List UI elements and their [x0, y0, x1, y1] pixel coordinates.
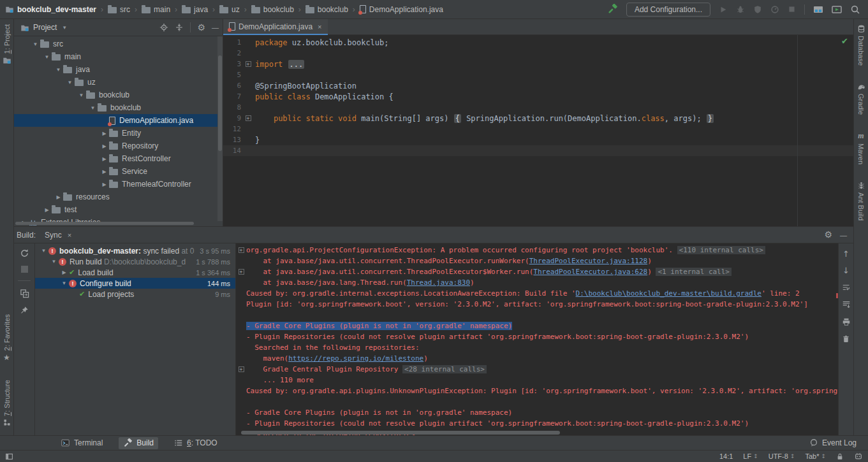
project-tree-row[interactable]: ▶test — [14, 203, 223, 216]
console-horizontal-scrollbar[interactable] — [241, 431, 560, 435]
chevron-down-icon[interactable]: ▼ — [65, 80, 75, 85]
scroll-to-end-icon[interactable] — [842, 300, 851, 309]
console-line[interactable]: ... 110 more — [236, 375, 838, 386]
build-console[interactable]: +org.gradle.api.ProjectConfigurationExce… — [236, 243, 838, 435]
chevron-right-icon[interactable]: ▶ — [54, 194, 63, 200]
stop-icon[interactable] — [788, 5, 796, 13]
editor-line[interactable]: 5 — [223, 69, 853, 80]
inspections-ok-icon[interactable]: ✔ — [841, 36, 848, 46]
console-line[interactable]: Plugin [id: 'org.springframework.boot', … — [236, 299, 838, 310]
editor-line[interactable]: 2 — [223, 48, 853, 59]
project-tree-row[interactable]: ▼src — [14, 38, 223, 50]
indent-selector[interactable]: Tab*↕ — [805, 452, 826, 460]
sidebar-item-favorites[interactable]: 2: Favorites★ — [3, 314, 11, 362]
chevron-down-icon[interactable]: ▼ — [77, 92, 86, 98]
fold-marker-icon[interactable]: + — [241, 115, 255, 121]
chevron-down-icon[interactable]: ▼ — [42, 54, 52, 60]
refresh-icon[interactable] — [20, 249, 29, 258]
project-tree-row[interactable]: ▶RestController — [14, 152, 223, 165]
gear-icon[interactable] — [197, 23, 205, 32]
tool-window-button-database[interactable]: Database — [857, 24, 865, 66]
sidebar-item-structure[interactable]: 7: Structure — [3, 380, 11, 426]
breadcrumb-item[interactable]: main — [142, 5, 170, 14]
show-execution-icon[interactable] — [20, 289, 29, 298]
console-link[interactable]: ThreadPoolExecutor.java:628 — [533, 268, 647, 276]
lock-icon[interactable] — [836, 452, 844, 461]
chevron-right-icon[interactable]: ▶ — [99, 143, 109, 149]
caret-position[interactable]: 14:1 — [719, 452, 733, 460]
chevron-right-icon[interactable]: ▶ — [59, 270, 69, 275]
console-line[interactable]: Caused by: org.gradle.api.plugins.Unknow… — [236, 386, 838, 396]
console-line[interactable]: + at java.base/java.util.concurrent.Thre… — [236, 266, 838, 277]
close-tab-icon[interactable]: × — [318, 23, 321, 31]
run-icon[interactable] — [719, 5, 728, 14]
fold-box[interactable]: + — [239, 366, 244, 372]
tool-window-button-maven[interactable]: mMaven — [857, 131, 865, 164]
console-link[interactable]: D:\bookclub\bookclub_dev-master\build.gr… — [576, 289, 761, 298]
project-tree-row[interactable]: ▶Repository — [14, 140, 223, 152]
profiler-icon[interactable] — [770, 5, 779, 14]
breadcrumb-item[interactable]: bookclub — [251, 5, 294, 14]
breadcrumb-item[interactable]: src — [108, 5, 130, 14]
console-line[interactable]: Searched in the following repositories: — [236, 342, 838, 353]
tool-window-button-todo[interactable]: 6: TODO — [170, 437, 222, 449]
breadcrumb-item[interactable]: java — [182, 5, 208, 14]
fold-box[interactable]: + — [246, 61, 251, 67]
console-line[interactable]: - Gradle Core Plugins (plugin is not in … — [236, 321, 838, 331]
build-tree-row[interactable]: ▼bookclub_dev-master: sync failed at 03 … — [35, 245, 235, 256]
build-hammer-icon[interactable] — [607, 4, 618, 15]
console-link[interactable]: https://repo.spring.io/milestone — [288, 354, 423, 363]
editor-line[interactable]: 9+ public static void main(String[] args… — [223, 113, 853, 124]
chevron-down-icon[interactable]: ▼ — [88, 105, 98, 111]
breadcrumb-item[interactable]: DemoApplication.java — [360, 5, 443, 14]
chevron-right-icon[interactable]: ▶ — [42, 207, 52, 213]
project-tree-row[interactable]: DemoApplication.java — [14, 114, 223, 127]
fold-marker-icon[interactable]: + — [236, 247, 246, 253]
project-tree-row[interactable]: ▶Entity — [14, 127, 223, 140]
project-tree-row[interactable]: ▼uz — [14, 76, 223, 89]
next-message-icon[interactable]: ↓ — [842, 266, 850, 275]
console-line[interactable]: Caused by: org.gradle.internal.exception… — [236, 288, 838, 299]
close-tab-icon[interactable]: × — [68, 231, 71, 239]
chevron-right-icon[interactable]: ▶ — [99, 156, 109, 162]
breadcrumb-item[interactable]: bookclub — [305, 5, 348, 14]
build-tab-sync[interactable]: Sync × — [45, 231, 71, 240]
search-icon[interactable] — [850, 4, 860, 15]
project-tree-row[interactable]: ▼main — [14, 50, 223, 63]
project-tree-row[interactable]: ▶Service — [14, 165, 223, 178]
editor-line[interactable]: 1package uz.bookclub.bookclub; — [223, 37, 853, 48]
chevron-down-icon[interactable]: ▼ — [54, 67, 63, 73]
fold-box[interactable]: + — [239, 269, 244, 275]
breadcrumb-item[interactable]: uz — [219, 5, 240, 14]
tool-windows-icon[interactable] — [813, 4, 823, 15]
soft-wrap-icon[interactable] — [842, 283, 851, 292]
editor-line[interactable]: 8 — [223, 102, 853, 113]
editor-line[interactable]: 13} — [223, 134, 853, 145]
tool-window-button-terminal[interactable]: Terminal — [56, 437, 107, 449]
console-line[interactable]: - Gradle Core Plugins (plugin is not in … — [236, 407, 838, 418]
chevron-down-icon[interactable]: ▼ — [62, 25, 67, 31]
clear-all-icon[interactable] — [842, 335, 850, 343]
breadcrumb-item[interactable]: bookclub_dev-master — [5, 5, 96, 14]
ide-errors-icon[interactable] — [854, 452, 863, 461]
editor-line[interactable]: 6@SpringBootApplication — [223, 80, 853, 91]
project-panel-title[interactable]: Project — [33, 23, 57, 32]
event-log-button[interactable]: Event Log — [809, 438, 857, 447]
console-line[interactable]: - Plugin Repositories (could not resolve… — [236, 418, 838, 429]
console-link[interactable]: Thread.java:830 — [407, 278, 470, 287]
line-separator-selector[interactable]: LF↕ — [743, 452, 758, 460]
build-tree-row[interactable]: ▶Load build1 s 364 ms — [35, 267, 235, 278]
console-line[interactable]: at java.base/java.lang.Thread.run(Thread… — [236, 277, 838, 288]
console-line[interactable] — [236, 396, 838, 407]
chevron-down-icon[interactable]: ▼ — [59, 280, 69, 286]
coverage-icon[interactable] — [753, 5, 762, 14]
project-tree-row[interactable]: ▼bookclub — [14, 101, 223, 114]
editor-tab-demoapplication[interactable]: DemoApplication.java × — [223, 19, 328, 35]
console-line[interactable]: at java.base/java.util.concurrent.Thread… — [236, 256, 838, 266]
gear-icon[interactable] — [824, 230, 832, 240]
console-line[interactable]: maven(https://repo.spring.io/milestone) — [236, 353, 838, 364]
build-tree-row[interactable]: ▼Configure build144 ms — [35, 278, 235, 289]
run-anything-icon[interactable] — [832, 4, 842, 15]
sidebar-item-project[interactable]: 1: Project — [3, 24, 11, 64]
fold-marker-icon[interactable]: + — [236, 269, 246, 275]
